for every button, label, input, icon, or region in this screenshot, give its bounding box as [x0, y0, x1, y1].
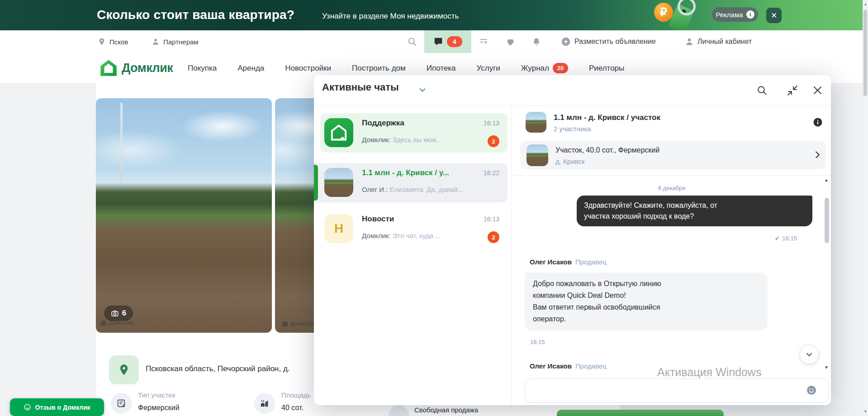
account-label: Личный кабинет [697, 38, 752, 46]
news-icon-letter: Н [334, 221, 343, 236]
incoming-message-line3: Вам ответит первый освободившийся [533, 301, 759, 313]
chat-preview-text: Здесь вы мож... [391, 136, 442, 143]
nav-item-zhurnal-label: Журнал [521, 64, 549, 73]
chat-preview-text: Елизавета: Да, давай... [388, 186, 463, 193]
area-value: 40 сот. [281, 404, 304, 412]
conversation-info-icon[interactable] [812, 117, 823, 128]
messages-scroll-up-arrow[interactable]: ▲ [824, 177, 829, 182]
nav-item-rieltory[interactable]: Риелторы [589, 64, 624, 73]
photo-watermark-text-2: Домклик [290, 320, 315, 327]
chat-preview-sender: Домклик: [362, 232, 391, 239]
chats-filter-chevron-icon[interactable] [418, 86, 427, 94]
domclick-house-icon [100, 59, 118, 77]
chat-search-icon[interactable] [756, 85, 768, 96]
nav-item-uslugi[interactable]: Услуги [477, 64, 500, 73]
banner-title: Сколько стоит ваша квартира? [97, 8, 294, 22]
account-button[interactable]: Личный кабинет [685, 30, 752, 53]
promo-banner[interactable]: Сколько стоит ваша квартира? Узнайте в р… [0, 0, 868, 30]
ad-label-pill[interactable]: Реклама i [712, 7, 758, 22]
incoming-message-line4: оператор. [533, 313, 759, 325]
photo-watermark-text: Домклик [109, 319, 134, 326]
header-search-button[interactable] [407, 30, 417, 53]
news-chat-icon[interactable]: Н [324, 214, 353, 243]
chat-name: 1.1 млн - д. Кривск / у... [362, 168, 449, 177]
chat-time: 16:22 [463, 169, 499, 177]
listing-card-photo [526, 144, 548, 166]
page-scrollbar-thumb[interactable] [863, 10, 867, 96]
chat-columns-divider [511, 105, 512, 405]
header-chats-button[interactable]: 4 [424, 30, 471, 53]
feedback-smiley-icon [24, 403, 31, 411]
partner-person-icon [152, 38, 160, 46]
chat-preview: Домклик: Здесь вы мож... [362, 136, 479, 143]
chat-name[interactable]: Новости [362, 215, 394, 224]
area-icon [254, 393, 275, 414]
conversation-divider [512, 175, 831, 176]
brand-logo[interactable]: Домклик [100, 59, 173, 77]
nav-item-zhurnal[interactable]: Журнал 20 [521, 63, 568, 73]
message-input[interactable] [525, 378, 829, 403]
incoming-message-time: 16:15 [530, 339, 545, 345]
banner-subtitle: Узнайте в разделе Моя недвижимость [322, 12, 459, 21]
chat-collapse-icon[interactable] [787, 85, 798, 96]
favorites-button[interactable] [506, 30, 515, 53]
chat-time: 16:13 [463, 215, 499, 223]
location-pin-icon [98, 38, 106, 46]
incoming-message-bubble: Добро пожаловать в Открытую линию компан… [525, 273, 768, 330]
conversation-avatar [526, 112, 546, 133]
message-sender: Олег ИсаковПродавец [530, 258, 607, 266]
screen: Сколько стоит ваша квартира? Узнайте в р… [0, 0, 868, 416]
chat-preview-text: Это чат, куда ... [391, 232, 441, 239]
nav-item-postroit-dom[interactable]: Построить дом [352, 64, 406, 73]
emoji-picker-icon[interactable] [806, 385, 817, 396]
messages-scrollbar-thumb[interactable] [825, 198, 829, 243]
nav-item-ipoteka[interactable]: Ипотека [427, 64, 456, 73]
photos-count: 6 [122, 309, 126, 318]
notifications-button[interactable] [532, 30, 541, 53]
outgoing-message-time: 16:15 [782, 235, 797, 242]
region-label: Псков [109, 38, 128, 46]
chat-preview-sender: Олег И.: [362, 186, 388, 193]
banner-close-button[interactable]: ✕ [766, 8, 782, 23]
camera-icon [111, 309, 119, 317]
region-selector[interactable]: Псков [98, 30, 128, 53]
land-type-label: Тип участка [138, 391, 175, 399]
post-ad-label: Разместить объявление [574, 38, 656, 46]
feedback-button[interactable]: Отзыв о Домклик [10, 398, 104, 416]
close-icon: ✕ [771, 11, 777, 20]
sender-role: Продавец [575, 362, 607, 370]
listing-photo-main[interactable] [96, 98, 272, 333]
chat-unread-badge: 2 [488, 135, 499, 147]
outgoing-message-line2: участка хороший подход к воде? [584, 211, 805, 222]
nav-item-novostroyki[interactable]: Новостройки [285, 64, 331, 73]
chat-preview-sender: Домклик: [362, 136, 391, 143]
messages-scroll-down-arrow[interactable]: ▼ [824, 365, 829, 370]
saved-searches-button[interactable] [479, 30, 489, 53]
page-scroll-down-arrow[interactable]: ▼ [863, 409, 868, 414]
search-icon [407, 37, 417, 47]
chat-close-icon[interactable] [812, 85, 823, 96]
nav-item-pokupka[interactable]: Покупка [188, 64, 217, 73]
listing-photo-second[interactable] [275, 98, 314, 333]
post-ad-button[interactable]: Разместить объявление [561, 30, 656, 53]
listing-card-location: д. Кривск [555, 158, 584, 165]
nav-item-arenda[interactable]: Аренда [237, 64, 264, 73]
incoming-message-line2: компании Quick Deal Demo! [533, 290, 759, 301]
filter-plus-icon [479, 37, 489, 47]
chat-time: 16:13 [463, 120, 499, 127]
sale-type-value: Свободная продажа [414, 406, 478, 414]
chat-preview: Домклик: Это чат, куда ... [362, 232, 479, 239]
plus-circle-icon [561, 37, 571, 47]
secondary-header: Псков Партнерам 4 [0, 30, 868, 53]
chat-preview: Олег И.: Елизавета: Да, давай... [362, 186, 479, 193]
partners-label: Партнерам [163, 38, 199, 46]
map-location-icon [109, 355, 139, 384]
listing-card-title: Участок, 40.0 сот., Фермерский [555, 146, 659, 154]
chat-name: Поддержка [362, 119, 404, 128]
area-label: Площадь [281, 391, 313, 399]
partners-link[interactable]: Партнерам [152, 30, 199, 53]
page-scroll-up-arrow[interactable]: ▲ [863, 2, 868, 6]
listing-cta-button-edge[interactable] [557, 410, 724, 416]
scroll-to-bottom-button[interactable] [800, 345, 819, 364]
chats-unread-badge: 4 [447, 36, 462, 47]
